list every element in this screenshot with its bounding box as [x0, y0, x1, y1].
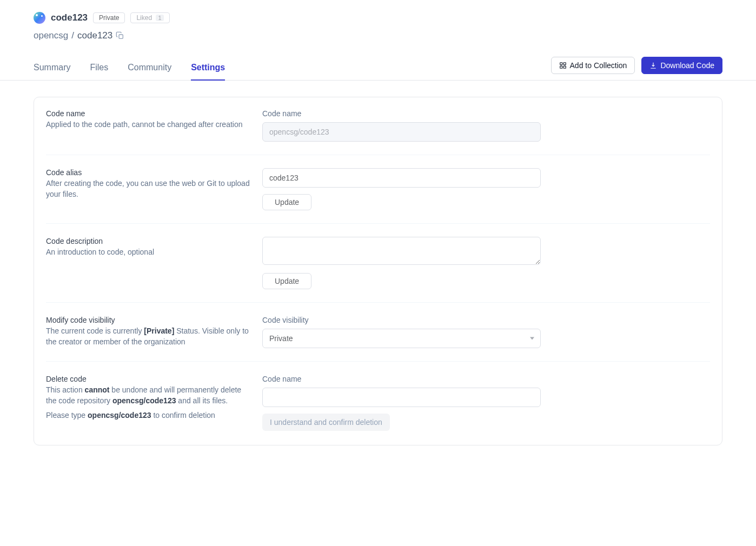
setting-code-alias: Code alias After creating the code, you …	[46, 155, 710, 223]
add-to-collection-label: Add to Collection	[570, 61, 627, 70]
download-code-button[interactable]: Download Code	[641, 57, 722, 74]
confirm-delete-button[interactable]: I understand and confirm deletion	[262, 414, 390, 431]
visibility-select[interactable]: Private	[262, 329, 541, 348]
visibility-field-label: Code visibility	[262, 316, 541, 324]
visibility-label: Modify code visibility	[46, 316, 251, 324]
settings-card: Code name Applied to the code path, cann…	[34, 97, 722, 445]
collection-icon	[559, 62, 567, 69]
delete-field-label: Code name	[262, 375, 541, 383]
svg-rect-0	[119, 35, 123, 38]
tabs: Summary Files Community Settings	[34, 56, 225, 80]
download-code-label: Download Code	[660, 61, 714, 70]
delete-desc2-prefix: Please type	[46, 411, 88, 420]
private-badge: Private	[93, 12, 125, 23]
visibility-status: [Private]	[144, 327, 174, 335]
repo-title: code123	[51, 12, 88, 23]
breadcrumb-separator: /	[71, 30, 74, 41]
delete-confirm-input[interactable]	[262, 388, 541, 407]
code-name-label: Code name	[46, 109, 251, 118]
code-name-field-label: Code name	[262, 109, 541, 118]
delete-desc1-suffix: and all its files.	[176, 396, 228, 405]
setting-code-description: Code description An introduction to code…	[46, 223, 710, 302]
delete-desc2-suffix: to confirm deletion	[151, 411, 215, 420]
svg-rect-1	[560, 63, 562, 65]
delete-desc2-repo: opencsg/code123	[88, 411, 151, 420]
tab-community[interactable]: Community	[128, 56, 171, 80]
delete-desc1-prefix: This action	[46, 385, 85, 394]
liked-badge[interactable]: Liked 1	[130, 12, 169, 23]
svg-rect-3	[560, 66, 562, 68]
svg-rect-2	[563, 63, 566, 65]
visibility-desc-prefix: The current code is currently	[46, 327, 144, 335]
code-alias-description: After creating the code, you can use the…	[46, 178, 251, 200]
update-alias-button[interactable]: Update	[262, 194, 311, 210]
breadcrumb: opencsg / code123	[34, 30, 722, 41]
code-description-textarea[interactable]	[262, 237, 541, 265]
code-alias-input[interactable]	[262, 168, 541, 188]
setting-code-name: Code name Applied to the code path, cann…	[46, 109, 710, 155]
liked-label: Liked	[136, 14, 152, 22]
repo-avatar	[34, 12, 45, 24]
code-description-label: Code description	[46, 237, 251, 245]
code-alias-label: Code alias	[46, 168, 251, 177]
tab-files[interactable]: Files	[90, 56, 108, 80]
delete-desc1-strong: cannot	[85, 385, 110, 394]
tab-summary[interactable]: Summary	[34, 56, 70, 80]
code-name-input	[262, 122, 541, 142]
liked-count: 1	[156, 15, 163, 21]
code-description-hint: An introduction to code, optional	[46, 247, 251, 257]
breadcrumb-name: code123	[77, 30, 112, 41]
delete-description-1: This action cannot be undone and will pe…	[46, 384, 251, 407]
setting-code-visibility: Modify code visibility The current code …	[46, 302, 710, 361]
code-name-description: Applied to the code path, cannot be chan…	[46, 119, 251, 130]
svg-rect-4	[563, 66, 566, 68]
download-icon	[649, 62, 657, 69]
breadcrumb-owner[interactable]: opencsg	[34, 30, 68, 41]
update-description-button[interactable]: Update	[262, 273, 311, 289]
delete-label: Delete code	[46, 375, 251, 383]
delete-description-2: Please type opencsg/code123 to confirm d…	[46, 410, 251, 421]
add-to-collection-button[interactable]: Add to Collection	[551, 57, 635, 74]
tab-settings[interactable]: Settings	[191, 56, 225, 80]
copy-icon[interactable]	[116, 31, 124, 40]
delete-desc1-repo: opencsg/code123	[112, 396, 176, 405]
setting-delete-code: Delete code This action cannot be undone…	[46, 361, 710, 433]
visibility-description: The current code is currently [Private] …	[46, 325, 251, 348]
